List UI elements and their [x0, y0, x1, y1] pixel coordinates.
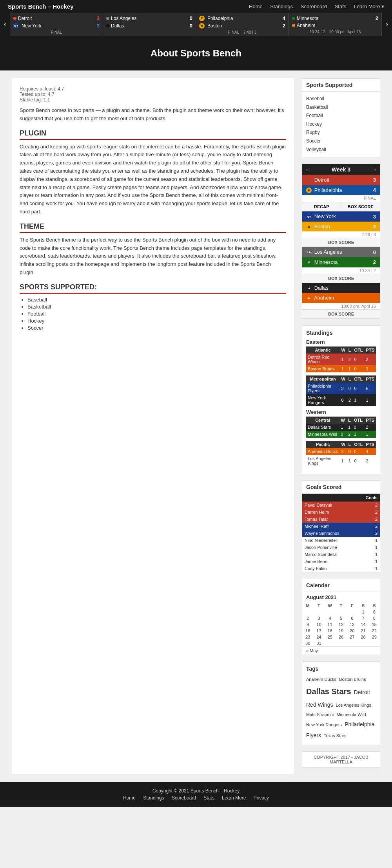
sc-score: 2 [373, 224, 376, 229]
footer-link-standings[interactable]: Standings [143, 795, 164, 801]
cal-day [302, 609, 313, 615]
eastern-conf-title: Eastern [306, 339, 376, 345]
footer-link-scoreboard[interactable]: Scoreboard [172, 795, 196, 801]
cal-day[interactable]: 8 [369, 615, 380, 621]
tag-item[interactable]: Dallas Stars [306, 687, 351, 696]
sb-team-row: Detroit 3 [13, 14, 100, 22]
nav-home[interactable]: Home [249, 4, 263, 9]
cal-day[interactable]: 8 [369, 609, 380, 615]
footer-link-learnmore[interactable]: Learn More [222, 795, 246, 801]
sports-supported-list: Baseball Basketball Football Hockey Socc… [20, 297, 286, 331]
tag-item[interactable]: New York Rangers [306, 722, 342, 727]
cal-day[interactable]: 21 [358, 628, 368, 634]
sb-score-mn: 2 [376, 15, 378, 21]
wins: 1 [339, 424, 347, 431]
cal-day[interactable]: 31 [313, 640, 324, 646]
cal-day[interactable]: 24 [313, 634, 324, 640]
cal-day[interactable]: 19 [336, 628, 347, 634]
goals-col-header: Goals [357, 494, 380, 502]
tag-item[interactable]: Anaheim Ducks [306, 677, 336, 682]
table-row: Dallas Stars 1 1 0 2 [306, 424, 376, 431]
cal-day[interactable]: 13 [347, 621, 358, 628]
sb-game-info: 10:34 | 2 10:00 pm, April 16 [292, 30, 378, 34]
sb-score-la: 0 [190, 15, 192, 21]
tag-item[interactable]: Minnesota Wild [336, 712, 366, 717]
cal-day[interactable]: 28 [358, 634, 368, 640]
sport-item: Soccer [306, 137, 376, 146]
cal-day-header: F [347, 603, 358, 609]
sport-item: Soccer [27, 325, 286, 331]
cal-prev[interactable]: « May [306, 648, 318, 653]
cal-week-row: 2345678 [302, 615, 380, 621]
sc-team-name: ★ Dallas [306, 285, 328, 291]
cal-day[interactable]: 20 [347, 628, 358, 634]
footer-link-privacy[interactable]: Privacy [254, 795, 269, 801]
recap-button[interactable]: RECAP [302, 202, 341, 211]
cal-day[interactable]: 18 [325, 628, 336, 634]
nav-scoreboard[interactable]: Scoreboard [301, 4, 327, 9]
boxscore-button[interactable]: BOX SCORE [302, 274, 380, 283]
sb-game-2: Los Angeles 0 Dallas 0 [103, 13, 196, 36]
nav-standings[interactable]: Standings [270, 4, 293, 9]
sc-next-arrow[interactable]: › [374, 166, 376, 173]
cal-day[interactable]: 11 [325, 621, 336, 628]
cal-day[interactable]: 10 [313, 621, 324, 628]
cal-day[interactable]: 6 [347, 615, 358, 621]
sb-team-row: Dallas 0 [106, 22, 192, 29]
cal-day[interactable]: 1 [358, 609, 368, 615]
mn-dot [292, 17, 295, 20]
cal-day[interactable]: 22 [369, 628, 380, 634]
cal-week-row: 16171819202122 [302, 628, 380, 634]
cal-day[interactable]: 25 [325, 634, 336, 640]
cal-day[interactable]: 7 [358, 615, 368, 621]
central-table: Central W L OTL PTS Dallas Stars 1 1 0 2 [306, 417, 376, 438]
footer-links: Home Standings Scoreboard Stats Learn Mo… [6, 795, 386, 801]
tag-item[interactable]: Texas Stars [324, 733, 346, 738]
cal-day[interactable]: 5 [336, 615, 347, 621]
tag-item[interactable]: Boston Bruins [339, 677, 366, 682]
cal-day[interactable]: 26 [336, 634, 347, 640]
scoreboard-widget-header: ‹ Week 3 › [302, 164, 380, 175]
sc-game-block-1: Detroit 3 P Philadelphia 4 FINAL RECAP B… [302, 175, 380, 211]
cal-day[interactable]: 27 [347, 634, 358, 640]
sb-next-arrow[interactable]: › [382, 13, 392, 36]
cal-day-header: S [358, 603, 368, 609]
cal-day[interactable]: 2 [302, 615, 313, 621]
pts: 2 [365, 455, 376, 467]
cal-day[interactable]: 12 [336, 621, 347, 628]
cal-day[interactable]: 29 [369, 634, 380, 640]
sc-team-row: B Boston 2 [302, 222, 380, 232]
team-name: Minnesota Wild [306, 431, 339, 438]
tag-item[interactable]: Mats Strandini [306, 712, 334, 717]
cal-day [336, 609, 347, 615]
sb-prev-arrow[interactable]: ‹ [0, 13, 10, 36]
sb-team-minnesota: Minnesota [292, 16, 318, 21]
nav-learnmore[interactable]: Learn More ▾ [354, 4, 384, 9]
nav-stats[interactable]: Stats [335, 4, 347, 9]
nav-links: Home Standings Scoreboard Stats Learn Mo… [243, 4, 384, 9]
wins: 1 [339, 455, 347, 467]
cal-day[interactable]: 4 [325, 615, 336, 621]
sb-team-detroit: Detroit [13, 16, 32, 21]
cal-day[interactable]: 15 [369, 621, 380, 628]
cal-day[interactable]: 9 [302, 621, 313, 628]
site-title: Sports Bench – Hockey [8, 3, 74, 10]
table-row: Michael Raffl2 [302, 523, 380, 530]
cal-day[interactable]: 23 [302, 634, 313, 640]
cal-day[interactable]: 30 [302, 640, 313, 646]
cal-day[interactable]: 14 [358, 621, 368, 628]
boxscore-button[interactable]: BOX SCORE [302, 309, 380, 318]
boxscore-button[interactable]: BOX SCORE [302, 238, 380, 247]
sc-team-name: M Minnesota [306, 259, 338, 265]
sport-item: Hockey [27, 318, 286, 324]
cal-day[interactable]: 17 [313, 628, 324, 634]
tag-item[interactable]: Los Angeles Kings [336, 703, 372, 707]
cal-day[interactable]: 16 [302, 628, 313, 634]
footer-link-stats[interactable]: Stats [203, 795, 214, 801]
team-name: Dallas Stars [306, 424, 339, 431]
cal-day[interactable]: 3 [313, 615, 324, 621]
boxscore-button[interactable]: BOX SCORE [341, 202, 380, 211]
requires-text: Requires at least: 4.7 [20, 86, 286, 92]
cal-week-row: 9101112131415 [302, 621, 380, 628]
footer-link-home[interactable]: Home [123, 795, 136, 801]
